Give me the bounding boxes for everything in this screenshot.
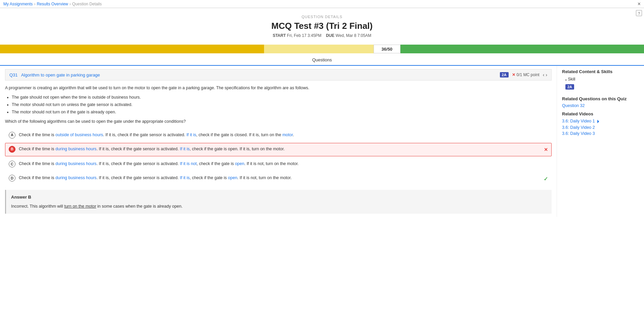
option-c-text: Check if the time is during business hou… (19, 161, 548, 167)
play-icon1: ⏵ (596, 118, 601, 124)
related-videos-title: Related Videos (562, 111, 639, 116)
main-content: Q31 Algorithm to open gate in parking ga… (0, 66, 644, 217)
option-d-highlight1: during business hours (55, 175, 96, 180)
question-intro: A programmer is creating an algorithm th… (5, 85, 552, 91)
prev-arrow[interactable]: ‹ (543, 72, 545, 77)
option-c[interactable]: C Check if the time is during business h… (5, 158, 552, 170)
option-c-circle: C (9, 161, 15, 167)
question-title-link[interactable]: Q31 Algorithm to open gate in parking ga… (9, 72, 100, 77)
answer-label: Answer B (11, 194, 547, 201)
nav-arrows: ‹ › (543, 72, 547, 77)
page-header: QUESTION DETAILS MCQ Test #3 (Tri 2 Fina… (0, 8, 644, 41)
wrong-mark: ✕ (544, 146, 548, 153)
option-a-circle: A (9, 132, 15, 139)
score-info: ✕ 0/1 MC point (512, 72, 540, 77)
related-content-title: Related Content & Skills (562, 69, 639, 74)
sidebar-skill-badge: 2A (565, 84, 574, 90)
option-d-circle: D (9, 175, 15, 181)
next-arrow[interactable]: › (546, 72, 547, 77)
video2-link[interactable]: 3.6: Daily Video 2 (562, 125, 639, 130)
close-button[interactable]: × (638, 1, 641, 7)
option-d-highlight2: If it is (180, 175, 189, 180)
help-button[interactable]: ? (636, 10, 642, 16)
start-label: START (273, 33, 286, 38)
question-area: Q31 Algorithm to open gate in parking ga… (0, 66, 557, 217)
skill-badge: 2A (500, 72, 509, 77)
question-prompt: Which of the following algorithms can be… (5, 118, 552, 125)
breadcrumb-results[interactable]: Results Overview (37, 2, 68, 6)
question-header-right: 2A ✕ 0/1 MC point ‹ › (500, 72, 547, 77)
spec-item: The motor should not turn on if the gate… (12, 109, 552, 115)
spec-item: The gate should not open when the time i… (12, 94, 552, 101)
breadcrumb-assignments[interactable]: My Assignments (3, 2, 33, 6)
top-bar: My Assignments › Results Overview › Ques… (0, 0, 644, 8)
due-label: DUE (326, 33, 334, 38)
page-title: MCQ Test #3 (Tri 2 Final) (0, 21, 644, 31)
option-a-highlight3: motor (282, 132, 293, 137)
explanation-text: Incorrect. This algorithm will turn on t… (11, 203, 547, 210)
question-specs: The gate should not open when the time i… (12, 94, 552, 115)
related-question-link[interactable]: Question 32 (562, 103, 639, 108)
option-a-highlight1: outside of business hours (55, 132, 103, 137)
video1-text: 3.6: Daily Video 1 (562, 119, 595, 123)
question-header-bar: Q31 Algorithm to open gate in parking ga… (5, 69, 552, 81)
option-d[interactable]: D Check if the time is during business h… (5, 172, 552, 187)
dates-row: START Fri, Feb 17 3:45PM DUE Wed, Mar 8 … (0, 33, 644, 38)
breadcrumb-sep1: › (34, 2, 35, 6)
progress-left (0, 45, 264, 53)
option-a-text: Check if the time is outside of business… (19, 132, 548, 138)
breadcrumb: My Assignments › Results Overview › Ques… (3, 2, 102, 6)
progress-score: 36/50 (374, 45, 400, 53)
section-label: QUESTION DETAILS (0, 15, 644, 19)
progress-right (400, 45, 644, 53)
tab-questions-label: Questions (312, 57, 332, 65)
video3-link[interactable]: 3.6: Daily Video 3 (562, 131, 639, 136)
answer-explanation: Answer B Incorrect. This algorithm will … (5, 190, 552, 214)
breadcrumb-current: Question Details (72, 2, 102, 6)
sidebar: Related Content & Skills • Skill 2A Rela… (557, 66, 644, 217)
option-b[interactable]: B Check if the time is during business h… (5, 143, 552, 156)
option-a-highlight2: If it is (186, 132, 196, 137)
question-body: A programmer is creating an algorithm th… (5, 85, 552, 214)
option-c-highlight1: during business hours (55, 161, 96, 166)
related-questions-title: Related Questions on this Quiz (562, 96, 639, 101)
option-b-text: Check if the time is during business hou… (19, 146, 541, 152)
progress-mid (264, 45, 374, 53)
video1-link[interactable]: 3.6: Daily Video 1 ⏵ (562, 118, 639, 124)
skill-label: Skill (568, 77, 575, 82)
question-id: Q31 (9, 72, 18, 77)
progress-bar: 36/50 (0, 45, 644, 53)
option-d-highlight3: open (228, 175, 238, 180)
question-title-text: Algorithm to open gate in parking garage (21, 72, 100, 77)
exp-highlight1: turn on the motor (64, 204, 96, 209)
score-text: 0/1 MC point (517, 72, 540, 77)
due-date: Wed, Mar 8 7:05AM (336, 33, 372, 38)
breadcrumb-sep2: › (70, 2, 71, 6)
option-b-highlight2: If it is (180, 147, 189, 151)
start-date: Fri, Feb 17 3:45PM (287, 33, 321, 38)
option-c-highlight2: If it is not (180, 161, 197, 166)
option-c-highlight3: open (235, 161, 244, 166)
option-b-circle: B (9, 146, 15, 153)
questions-tab[interactable]: Questions (0, 53, 644, 66)
spec-item: The motor should not turn on unless the … (12, 101, 552, 108)
option-a[interactable]: A Check if the time is outside of busine… (5, 129, 552, 142)
option-b-highlight1: during business hours (55, 147, 96, 151)
correct-mark: ✓ (544, 175, 548, 183)
x-icon: ✕ (512, 72, 515, 77)
option-d-text: Check if the time is during business hou… (19, 175, 540, 181)
progress-section: 36/50 (0, 41, 644, 53)
